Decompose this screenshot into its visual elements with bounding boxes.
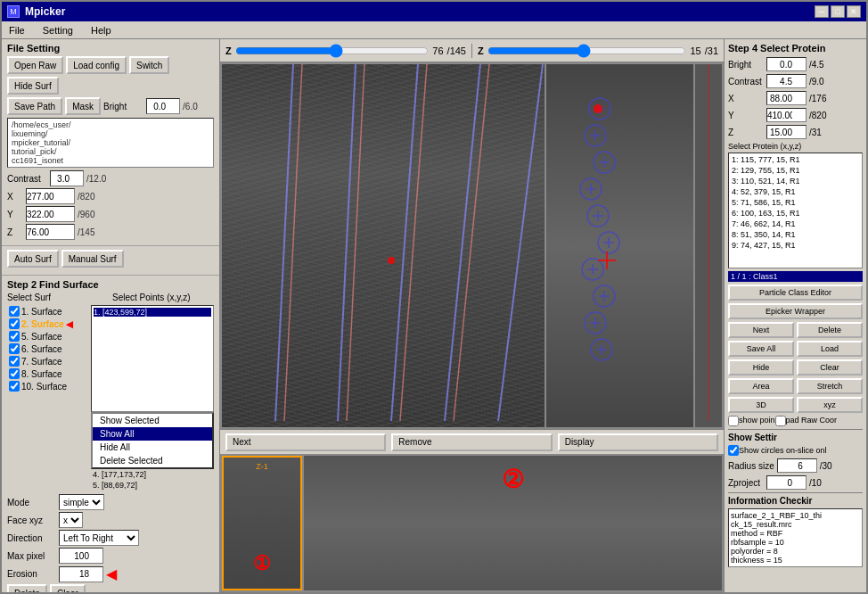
surface-item-8[interactable]: 8. Surface xyxy=(7,367,87,380)
manual-surf-button[interactable]: Manual Surf xyxy=(61,250,124,268)
z-input[interactable] xyxy=(26,224,75,240)
particle-editor-button[interactable]: Particle Class Editor xyxy=(728,285,863,301)
main-image[interactable] xyxy=(222,64,545,427)
rp-bright-input[interactable] xyxy=(766,57,807,71)
x-input[interactable] xyxy=(26,188,75,204)
epicker-button[interactable]: Epicker Wrapper xyxy=(728,303,863,319)
arrow-icon: ◀ xyxy=(66,319,73,329)
protein-item-1[interactable]: 1: 115, 777, 15, R1 xyxy=(730,154,861,165)
rp-contrast-input[interactable] xyxy=(766,74,807,88)
bright-input[interactable] xyxy=(146,98,180,114)
rp-delete-button[interactable]: Delete xyxy=(797,322,863,338)
zproject-input[interactable] xyxy=(766,475,807,490)
rp-load-button[interactable]: Load xyxy=(797,341,863,357)
surface-item-2[interactable]: 2. Surface ◀ xyxy=(7,318,87,330)
surface-7-checkbox[interactable] xyxy=(9,356,20,367)
surface-2-checkbox[interactable] xyxy=(9,318,20,329)
surface-item-6[interactable]: 6. Surface xyxy=(7,342,87,355)
auto-surf-button[interactable]: Auto Surf xyxy=(7,250,59,268)
rp-y-input[interactable] xyxy=(766,108,807,122)
surface-5-label: 5. Surface xyxy=(21,332,62,342)
surface-item-5[interactable]: 5. Surface xyxy=(7,330,87,342)
rp-save-all-button[interactable]: Save All xyxy=(728,341,794,357)
file-btn-row2: Save Path Mask Bright /6.0 xyxy=(7,97,214,115)
bottom-image-2[interactable]: ② xyxy=(304,456,722,590)
delete-button[interactable]: Delete xyxy=(7,584,47,592)
protein-item-7[interactable]: 7: 46, 662, 14, R1 xyxy=(730,219,861,229)
show-all-item[interactable]: Show All xyxy=(93,427,212,441)
surf-mode-section: Auto Surf Manual Surf xyxy=(2,246,219,276)
contrast-input[interactable] xyxy=(50,170,84,186)
delete-selected-item[interactable]: Delete Selected xyxy=(93,454,212,467)
point-item-1[interactable]: 1. [423,599,72] xyxy=(94,308,211,317)
rp-hide-button[interactable]: Hide xyxy=(728,359,794,375)
protein-item-2[interactable]: 2: 129, 755, 15, R1 xyxy=(730,165,861,176)
y-max: /960 xyxy=(78,210,94,219)
separator-1 xyxy=(728,429,863,430)
right-image[interactable] xyxy=(546,64,693,427)
mode-select[interactable]: simple xyxy=(59,494,104,510)
protein-item-8[interactable]: 8: 51, 350, 14, R1 xyxy=(730,229,861,240)
protein-item-5[interactable]: 5: 71, 586, 15, R1 xyxy=(730,197,861,208)
protein-item-9[interactable]: 9: 74, 427, 15, R1 xyxy=(730,240,861,251)
bottom-next-button[interactable]: Next xyxy=(225,433,386,451)
slider-right[interactable] xyxy=(487,44,687,58)
surface-8-checkbox[interactable] xyxy=(9,368,20,379)
protein-item-4[interactable]: 4: 52, 379, 15, R1 xyxy=(730,186,861,197)
rp-stretch-button[interactable]: Stretch xyxy=(797,378,863,394)
x-max: /820 xyxy=(78,192,94,202)
surface-item-7[interactable]: 7. Surface xyxy=(7,355,87,367)
surface-5-checkbox[interactable] xyxy=(9,331,20,342)
rp-3d-button[interactable]: 3D xyxy=(728,397,794,413)
direction-select[interactable]: Left To Right xyxy=(59,530,139,546)
open-raw-button[interactable]: Open Raw xyxy=(7,56,63,74)
close-button[interactable]: ✕ xyxy=(847,5,861,18)
bottom-display-button[interactable]: Display xyxy=(558,433,718,451)
main-images-row xyxy=(220,62,724,429)
radius-input[interactable] xyxy=(777,458,817,473)
clear-button[interactable]: Clear xyxy=(50,584,86,592)
svg-line-6 xyxy=(445,64,480,421)
hide-surf-button[interactable]: Hide Surf xyxy=(7,77,59,95)
mask-button[interactable]: Mask xyxy=(65,97,101,115)
rp-z-input[interactable] xyxy=(766,125,807,139)
max-pixel-input[interactable] xyxy=(59,548,103,564)
protein-item-6[interactable]: 6: 100, 163, 15, R1 xyxy=(730,208,861,219)
switch-button[interactable]: Switch xyxy=(129,56,169,74)
rp-clear-button[interactable]: Clear xyxy=(797,359,863,375)
surface-10-checkbox[interactable] xyxy=(9,381,20,392)
erosion-input[interactable] xyxy=(59,566,103,582)
pad-raw-coor-checkbox[interactable] xyxy=(775,416,786,426)
surface-item-1[interactable]: 1. Surface xyxy=(7,305,87,318)
3d-xyz-row: 3D xyz xyxy=(728,397,863,413)
rp-next-button[interactable]: Next xyxy=(728,322,794,338)
bottom-images-area: ① Z-1 ② xyxy=(220,454,724,592)
menu-help[interactable]: Help xyxy=(87,24,115,37)
y-input[interactable] xyxy=(26,206,75,222)
show-point-row: show poin pad Raw Coor xyxy=(728,416,863,426)
rp-area-button[interactable]: Area xyxy=(728,378,794,394)
surface-1-checkbox[interactable] xyxy=(9,306,20,317)
save-path-button[interactable]: Save Path xyxy=(7,97,62,115)
slider-left[interactable] xyxy=(235,44,430,58)
menu-setting[interactable]: Setting xyxy=(39,24,77,37)
menu-file[interactable]: File xyxy=(5,24,29,37)
rp-contrast-row: Contrast /9.0 xyxy=(728,74,863,88)
protein-item-3[interactable]: 3: 110, 521, 14, R1 xyxy=(730,176,861,186)
minimize-button[interactable]: ─ xyxy=(815,5,829,18)
maximize-button[interactable]: □ xyxy=(831,5,845,18)
load-config-button[interactable]: Load config xyxy=(66,56,127,74)
surface-6-checkbox[interactable] xyxy=(9,343,20,354)
surface-item-10[interactable]: 10. Surface xyxy=(7,380,87,392)
bottom-image-1[interactable]: ① Z-1 xyxy=(222,456,302,590)
show-circles-checkbox[interactable] xyxy=(728,445,739,456)
rp-xyz-button[interactable]: xyz xyxy=(797,397,863,413)
bottom-remove-button[interactable]: Remove xyxy=(391,433,552,451)
show-selected-item[interactable]: Show Selected xyxy=(93,414,212,427)
show-point-checkbox[interactable] xyxy=(728,416,739,426)
svg-line-8 xyxy=(498,64,543,421)
step2-btn-row1: Delete Clear xyxy=(7,584,214,592)
face-select[interactable]: x xyxy=(59,512,83,528)
rp-x-input[interactable] xyxy=(766,91,807,105)
hide-all-item[interactable]: Hide All xyxy=(93,441,212,454)
